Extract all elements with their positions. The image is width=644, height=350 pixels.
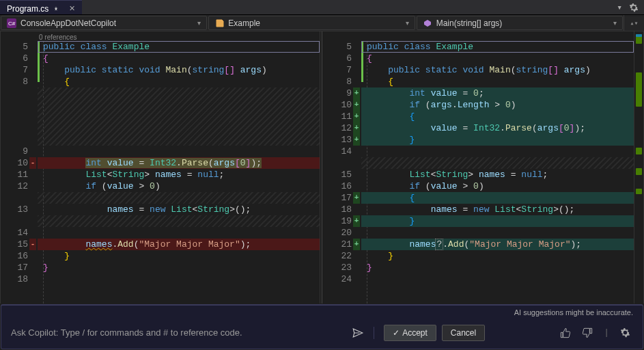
svg-text:C#: C# (8, 21, 16, 27)
code-line[interactable]: } (361, 215, 634, 227)
line-gutter-left: 0 references 5678910-1112131415-161718 (1, 31, 38, 304)
thumbs-up-icon[interactable] (557, 326, 574, 340)
code-line[interactable]: } (38, 262, 320, 273)
code-line[interactable]: if (args.Length > 0) (361, 99, 634, 111)
ask-placeholder: Ask Copilot: Type / for commands and # t… (11, 327, 345, 338)
code-line[interactable]: { (38, 53, 320, 64)
window-dropdown-icon[interactable]: ▾ (617, 2, 622, 13)
gear-icon[interactable] (629, 3, 639, 12)
csharp-icon: C# (7, 18, 16, 28)
diff-left-pane: 0 references 5678910-1112131415-161718 p… (1, 31, 320, 304)
cancel-button[interactable]: Cancel (442, 325, 485, 341)
settings-icon[interactable] (617, 326, 633, 339)
pin-icon[interactable] (53, 5, 59, 12)
code-line[interactable]: List<String> names = null; (38, 169, 320, 180)
divider: | (601, 326, 612, 339)
chevron-down-icon: ▾ (406, 19, 409, 27)
copilot-footer: AI suggestions might be inaccurate. Ask … (1, 304, 643, 349)
thumbs-down-icon[interactable] (579, 326, 596, 340)
code-line[interactable] (38, 134, 320, 146)
code-line[interactable] (38, 215, 320, 227)
code-line[interactable]: } (361, 262, 634, 273)
method-icon (423, 18, 432, 28)
tab-bar: Program.cs ✕ ▾ (0, 0, 644, 15)
code-line[interactable]: { (361, 53, 634, 64)
breadcrumb-method-text: Main(string[] args) (436, 18, 609, 28)
code-line[interactable]: { (38, 76, 320, 88)
code-line[interactable]: List<String> names = null; (361, 169, 634, 180)
code-line[interactable]: int value = 0; (361, 88, 634, 99)
code-line[interactable]: names.Add("Major Major Major"); (38, 239, 320, 250)
code-line[interactable]: names = new List<String>(); (361, 204, 634, 215)
code-line[interactable]: { (361, 192, 634, 204)
code-line[interactable] (361, 157, 634, 169)
code-line[interactable]: public class Example (361, 41, 634, 53)
chevron-down-icon: ▾ (613, 19, 617, 27)
breadcrumb-nav-up[interactable]: ▴▾ (624, 15, 644, 31)
code-line[interactable]: if (value > 0) (361, 180, 634, 192)
code-line[interactable]: { (361, 76, 634, 88)
chevron-down-icon: ▾ (197, 19, 201, 27)
code-line[interactable]: int value = Int32.Parse(args[0]); (38, 157, 320, 169)
code-line[interactable] (38, 122, 320, 134)
code-line[interactable] (38, 227, 320, 239)
code-line[interactable]: } (361, 250, 634, 262)
code-line[interactable]: public class Example (38, 41, 320, 53)
code-left[interactable]: public class Example{ public static void… (38, 31, 320, 304)
code-line[interactable]: public static void Main(string[] args) (361, 64, 634, 76)
code-line[interactable] (38, 192, 320, 204)
code-line[interactable]: } (361, 134, 634, 146)
breadcrumb-method[interactable]: Main(string[] args) ▾ (417, 16, 623, 30)
code-line[interactable] (38, 99, 320, 111)
diff-view: 0 references 5678910-1112131415-161718 p… (0, 31, 644, 304)
check-icon: ✓ (393, 328, 400, 338)
code-line[interactable] (38, 146, 320, 157)
code-line[interactable] (38, 111, 320, 122)
breadcrumb-namespace-text: ConsoleAppDotNetCopilot (20, 18, 193, 28)
class-icon (214, 18, 224, 28)
diff-right-pane: 56789+10+11+12+13+14151617+1819+2021+222… (324, 31, 643, 304)
code-line[interactable]: } (38, 250, 320, 262)
breadcrumb-namespace[interactable]: C# ConsoleAppDotNetCopilot ▾ (1, 16, 207, 30)
ai-hint: AI suggestions might be inaccurate. (1, 306, 643, 317)
cancel-label: Cancel (451, 328, 476, 338)
close-icon[interactable]: ✕ (69, 4, 75, 13)
code-line[interactable]: { (361, 111, 634, 122)
code-line[interactable]: names?.Add("Major Major Major"); (361, 239, 634, 250)
code-right[interactable]: public class Example{ public static void… (361, 31, 634, 304)
line-gutter-right: 56789+10+11+12+13+14151617+1819+2021+222… (324, 31, 361, 304)
footer-actions: ✓ Accept Cancel | (374, 325, 643, 341)
code-line[interactable] (361, 273, 634, 285)
breadcrumb-class-text: Example (228, 18, 401, 28)
tab-bar-actions: ▾ (617, 0, 644, 14)
code-line[interactable] (361, 227, 634, 239)
code-line[interactable]: public static void Main(string[] args) (38, 64, 320, 76)
accept-button[interactable]: ✓ Accept (384, 325, 436, 341)
overview-ruler[interactable] (634, 31, 643, 304)
code-line[interactable]: if (value > 0) (38, 180, 320, 192)
code-line[interactable] (38, 88, 320, 99)
code-line[interactable] (361, 146, 634, 157)
accept-label: Accept (402, 328, 428, 338)
tab-title: Program.cs (7, 4, 48, 14)
send-icon[interactable] (352, 327, 364, 339)
code-line[interactable] (38, 273, 320, 285)
editor-tab[interactable]: Program.cs ✕ (0, 0, 82, 14)
code-line[interactable]: value = Int32.Parse(args[0]); (361, 122, 634, 134)
breadcrumb-class[interactable]: Example ▾ (208, 16, 415, 30)
breadcrumb: C# ConsoleAppDotNetCopilot ▾ Example ▾ M… (0, 15, 644, 31)
code-line[interactable]: names = new List<String>(); (38, 204, 320, 215)
copilot-ask-box[interactable]: Ask Copilot: Type / for commands and # t… (1, 327, 374, 339)
